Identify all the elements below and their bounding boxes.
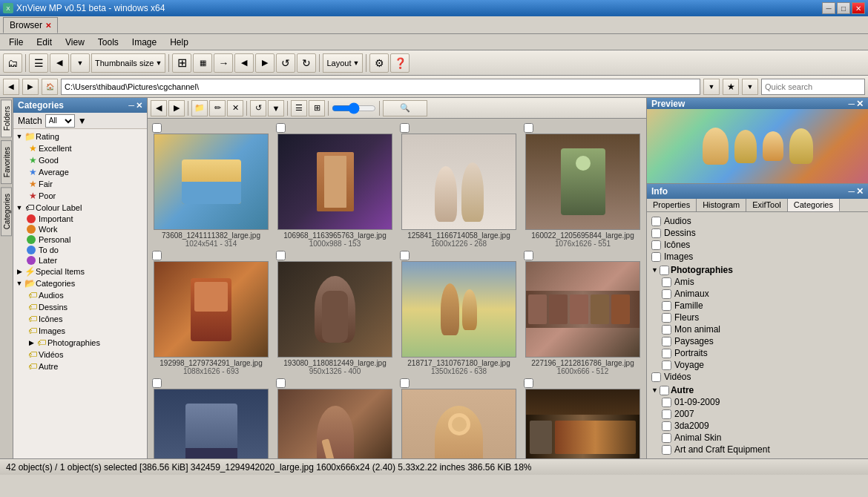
tree-poor[interactable]: ★ Poor bbox=[15, 190, 145, 202]
cat-check-portraits[interactable] bbox=[662, 349, 671, 358]
tb-browser-btn[interactable]: 🗂 bbox=[3, 53, 22, 73]
filter-icon[interactable]: ▼ bbox=[78, 116, 87, 126]
thumb-frame-3[interactable] bbox=[401, 134, 516, 230]
tree-photographies[interactable]: ▶ 🏷 Photographies bbox=[15, 337, 145, 349]
address-input[interactable] bbox=[61, 79, 700, 95]
thumb-frame-11[interactable] bbox=[401, 389, 516, 458]
cat-check-photographies[interactable] bbox=[660, 266, 669, 275]
expand-categories-icon[interactable]: ▼ bbox=[15, 280, 24, 287]
expand-autre-icon[interactable]: ▼ bbox=[651, 386, 658, 394]
tree-images[interactable]: 🏷 Images bbox=[15, 325, 145, 337]
expand-special-icon[interactable]: ▶ bbox=[15, 268, 24, 275]
tree-excellent[interactable]: ★ Excellent bbox=[15, 142, 145, 154]
tab-histogram[interactable]: Histogram bbox=[697, 199, 746, 211]
br-folder-btn[interactable]: 📁 bbox=[191, 100, 208, 116]
tree-todo[interactable]: To do bbox=[15, 245, 145, 255]
tree-personal[interactable]: Personal bbox=[15, 234, 145, 245]
tree-fair[interactable]: ★ Fair bbox=[15, 178, 145, 190]
cat-check-3da2009[interactable] bbox=[662, 421, 671, 431]
br-back-btn[interactable]: ◀ bbox=[151, 100, 167, 116]
tb-back-btn[interactable]: ◀ bbox=[50, 53, 69, 73]
cat-check-dessins[interactable] bbox=[651, 228, 661, 238]
cat-check-2007[interactable] bbox=[662, 409, 671, 419]
preview-header-btns[interactable]: ─ ✕ bbox=[848, 99, 864, 109]
tab-exiftool[interactable]: ExifTool bbox=[746, 199, 788, 211]
tb-icon2[interactable]: ▦ bbox=[193, 53, 212, 73]
thumb-frame-6[interactable] bbox=[277, 261, 392, 358]
categories-header-btns[interactable]: ─ ✕ bbox=[128, 101, 142, 111]
thumb-frame-5[interactable] bbox=[154, 261, 269, 358]
menu-help[interactable]: Help bbox=[164, 35, 194, 50]
menu-edit[interactable]: Edit bbox=[30, 35, 58, 50]
menu-image[interactable]: Image bbox=[126, 35, 162, 50]
sidebar-item-categories[interactable]: Categories bbox=[1, 187, 12, 236]
browser-tab[interactable]: Browser ✕ bbox=[3, 17, 58, 33]
br-thumb-btn[interactable]: ⊞ bbox=[309, 100, 325, 116]
tb-next-btn[interactable]: ▶ bbox=[255, 53, 274, 73]
thumb-checkbox-12[interactable] bbox=[524, 378, 533, 388]
thumb-checkbox-6[interactable] bbox=[276, 251, 286, 260]
br-grid-btn[interactable]: ☰ bbox=[291, 100, 307, 116]
sidebar-item-favorites[interactable]: Favorites bbox=[1, 140, 12, 184]
tab-categories[interactable]: Categories bbox=[788, 199, 840, 211]
info-close-icon[interactable]: ✕ bbox=[856, 186, 864, 197]
br-rotate-btn[interactable]: ↺ bbox=[250, 100, 266, 116]
tb-settings-btn[interactable]: ⚙ bbox=[369, 53, 389, 73]
match-select[interactable]: All Any bbox=[45, 114, 75, 128]
cat-check-animaux[interactable] bbox=[662, 289, 671, 299]
menu-view[interactable]: View bbox=[59, 35, 91, 50]
tree-videos[interactable]: 🏷 Vidéos bbox=[15, 349, 145, 361]
tab-properties[interactable]: Properties bbox=[647, 199, 697, 211]
thumb-frame-9[interactable] bbox=[154, 389, 269, 458]
cat-check-famille[interactable] bbox=[662, 301, 671, 311]
cat-check-icones[interactable] bbox=[651, 240, 661, 250]
tb-refresh2[interactable]: ↻ bbox=[297, 53, 316, 73]
thumb-checkbox-2[interactable] bbox=[276, 123, 286, 133]
br-filter-btn[interactable]: ▼ bbox=[268, 100, 284, 116]
cat-check-voyage[interactable] bbox=[662, 361, 671, 370]
cat-check-fleurs[interactable] bbox=[662, 313, 671, 323]
cat-check-images[interactable] bbox=[651, 252, 661, 262]
tb-icon1[interactable]: ⊞ bbox=[172, 53, 191, 73]
info-header-btns[interactable]: ─ ✕ bbox=[848, 186, 864, 197]
close-button[interactable]: ✕ bbox=[852, 2, 865, 14]
search-input[interactable] bbox=[761, 79, 865, 95]
addr-dropdown-btn[interactable]: ▼ bbox=[703, 79, 720, 95]
addr-fav-drop-btn[interactable]: ▼ bbox=[742, 79, 758, 95]
tree-average[interactable]: ★ Average bbox=[15, 166, 145, 178]
addr-fav-btn[interactable]: ★ bbox=[723, 79, 739, 95]
thumb-checkbox-7[interactable] bbox=[400, 251, 410, 260]
thumb-checkbox-10[interactable] bbox=[276, 378, 286, 388]
tree-categories[interactable]: ▼ 📂 Categories bbox=[15, 277, 145, 289]
thumb-frame-12[interactable] bbox=[525, 389, 640, 458]
tb-view-btn[interactable]: ☰ bbox=[29, 53, 48, 73]
br-search-btn[interactable]: 🔍 bbox=[383, 100, 427, 116]
tree-rating[interactable]: ▼ 📁 Rating bbox=[15, 131, 145, 142]
thumb-frame-4[interactable] bbox=[525, 134, 640, 230]
thumb-frame-2[interactable] bbox=[277, 134, 392, 230]
cat-check-mon-animal[interactable] bbox=[662, 325, 671, 335]
thumb-checkbox-5[interactable] bbox=[152, 251, 162, 260]
tree-icones[interactable]: 🏷 Icônes bbox=[15, 313, 145, 325]
thumb-size-slider[interactable] bbox=[332, 103, 376, 113]
tree-good[interactable]: ★ Good bbox=[15, 154, 145, 166]
tb-help-btn[interactable]: ❓ bbox=[390, 53, 410, 73]
thumb-frame-10[interactable] bbox=[277, 389, 392, 458]
tree-autre[interactable]: 🏷 Autre bbox=[15, 361, 145, 372]
preview-minimize-icon[interactable]: ─ bbox=[848, 99, 855, 109]
cat-item-autre[interactable]: ▼ Autre bbox=[650, 384, 865, 396]
tb-dropdown-btn[interactable]: ▼ bbox=[70, 53, 90, 73]
tree-colour-label[interactable]: ▼ 🏷 Colour Label bbox=[15, 202, 145, 214]
info-minimize-icon[interactable]: ─ bbox=[848, 186, 855, 197]
expand-photo-icon[interactable]: ▶ bbox=[27, 339, 36, 346]
br-forward-btn[interactable]: ▶ bbox=[168, 100, 185, 116]
expand-photographies-icon[interactable]: ▼ bbox=[651, 266, 658, 274]
thumb-checkbox-1[interactable] bbox=[152, 123, 162, 133]
tree-important[interactable]: Important bbox=[15, 214, 145, 224]
thumb-frame-1[interactable] bbox=[154, 134, 269, 230]
cat-item-photographies[interactable]: ▼ Photographies bbox=[650, 264, 865, 276]
tb-icon3[interactable]: → bbox=[214, 53, 233, 73]
thumb-checkbox-3[interactable] bbox=[400, 123, 410, 133]
minimize-button[interactable]: ─ bbox=[822, 2, 835, 14]
cat-check-autre[interactable] bbox=[660, 386, 669, 395]
